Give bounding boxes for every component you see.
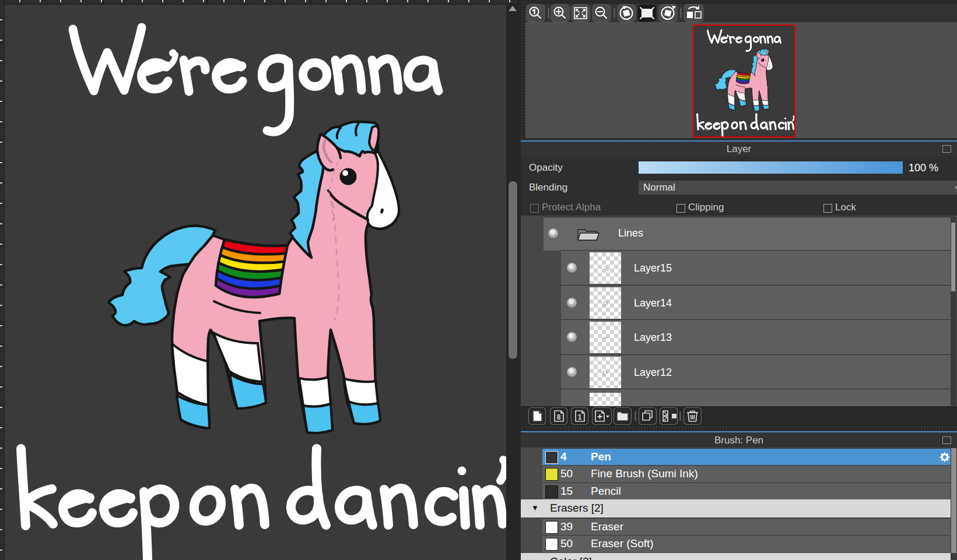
svg-text:1: 1 [578, 413, 582, 421]
svg-text:8: 8 [557, 413, 561, 421]
